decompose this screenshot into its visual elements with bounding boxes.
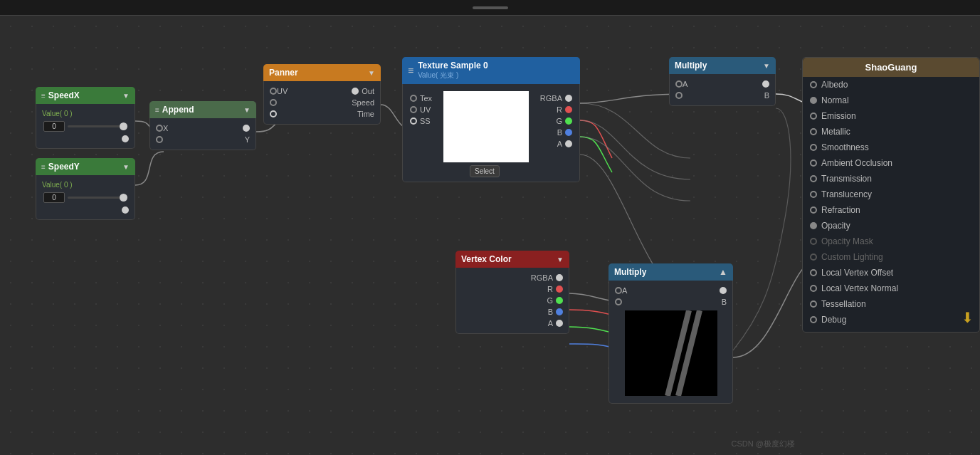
panner-uv-pin[interactable] bbox=[270, 88, 277, 95]
speedx-dropdown-icon[interactable]: ▼ bbox=[122, 92, 130, 100]
speedy-slider-thumb[interactable] bbox=[120, 194, 127, 202]
texture-select-button[interactable]: Select bbox=[470, 165, 500, 177]
texture-r-out-row: R bbox=[537, 104, 575, 115]
panel-item-albedo[interactable]: Albedo bbox=[803, 77, 979, 93]
vertex-b-pin[interactable] bbox=[556, 308, 563, 315]
watermark: CSDN @极度幻楼 bbox=[732, 439, 795, 449]
multiply-bottom-a-row: A bbox=[612, 285, 729, 296]
panel-item-custom-lighting[interactable]: Custom Lighting bbox=[803, 249, 979, 265]
speedx-slider-thumb[interactable] bbox=[120, 122, 127, 130]
texture-r-out-pin[interactable] bbox=[565, 106, 572, 113]
multiply-bottom-collapse-icon[interactable]: ▲ bbox=[719, 267, 727, 277]
panner-time-row: Time bbox=[267, 108, 377, 120]
append-y-pin[interactable] bbox=[156, 136, 163, 143]
append-header[interactable]: ≡ Append ▼ bbox=[149, 101, 256, 118]
multiply-top-header[interactable]: Multiply ▼ bbox=[669, 57, 776, 74]
texture-rgba-out-label: RGBA bbox=[540, 94, 562, 103]
multiply-top-a-pin[interactable] bbox=[675, 80, 683, 88]
speedy-dropdown-icon[interactable]: ▼ bbox=[122, 163, 130, 171]
texture-tex-pin[interactable] bbox=[410, 95, 417, 102]
texture-a-out-row: A bbox=[537, 138, 575, 150]
panel-pin-metallic bbox=[810, 128, 817, 135]
panel-item-opacity[interactable]: Opacity bbox=[803, 218, 979, 234]
multiply-bottom-out-pin[interactable] bbox=[720, 287, 727, 294]
panner-out-pin[interactable] bbox=[352, 88, 359, 95]
texture-rgba-out-row: RGBA bbox=[537, 93, 575, 104]
panel-item-emission[interactable]: Emission bbox=[803, 108, 979, 124]
download-icon[interactable]: ⬇ bbox=[961, 309, 974, 326]
multiply-bottom-header[interactable]: Multiply ▲ bbox=[608, 263, 733, 281]
panel-item-ambient-occlusion[interactable]: Ambient Occlusion bbox=[803, 155, 979, 171]
texture-uv-pin[interactable] bbox=[410, 106, 417, 113]
speedy-node: ≡ SpeedY ▼ Value( 0 ) 0 bbox=[36, 158, 135, 220]
panel-label-tessellation: Tessellation bbox=[821, 299, 866, 309]
panel-item-metallic[interactable]: Metallic bbox=[803, 124, 979, 140]
panel-label-local-vertex-offset: Local Vertex Offset bbox=[821, 268, 893, 278]
panel-item-local-vertex-offset[interactable]: Local Vertex Offset bbox=[803, 265, 979, 281]
speedy-slider[interactable] bbox=[68, 197, 127, 199]
speedy-value[interactable]: 0 bbox=[43, 192, 65, 203]
texture-a-out-pin[interactable] bbox=[565, 140, 572, 147]
speedx-output-pin[interactable] bbox=[122, 135, 129, 142]
texture-g-out-pin[interactable] bbox=[565, 117, 572, 125]
texture-uv-label: UV bbox=[420, 105, 431, 114]
texture-g-out-label: G bbox=[556, 117, 562, 125]
panel-item-normal[interactable]: Normal bbox=[803, 93, 979, 108]
speedx-header[interactable]: ≡ SpeedX ▼ bbox=[36, 87, 135, 104]
speedy-output-row bbox=[39, 205, 132, 215]
multiply-top-a-row: A bbox=[673, 78, 772, 90]
vertex-r-pin[interactable] bbox=[556, 286, 563, 293]
multiply-top-dropdown-icon[interactable]: ▼ bbox=[763, 62, 770, 70]
panel-pin-opacity-mask bbox=[810, 238, 817, 245]
vertex-a-pin[interactable] bbox=[556, 320, 563, 327]
vertex-rgba-label: RGBA bbox=[531, 273, 553, 282]
panel-item-translucency[interactable]: Translucency bbox=[803, 187, 979, 202]
panner-uv-row: UV Out bbox=[267, 85, 377, 97]
texture-b-out-pin[interactable] bbox=[565, 129, 572, 136]
multiply-bottom-title: Multiply bbox=[614, 267, 646, 277]
append-y-label: Y bbox=[245, 135, 250, 144]
speedy-output-pin[interactable] bbox=[122, 206, 129, 214]
panel-item-opacity-mask[interactable]: Opacity Mask bbox=[803, 234, 979, 249]
texture-menu-icon: ≡ bbox=[408, 65, 413, 76]
multiply-top-out-pin[interactable] bbox=[762, 80, 769, 88]
append-title: Append bbox=[162, 105, 194, 115]
panel-pin-custom-lighting bbox=[810, 253, 817, 261]
vertex-color-header[interactable]: Vertex Color ▼ bbox=[455, 251, 569, 268]
panner-time-pin[interactable] bbox=[270, 110, 277, 117]
append-dropdown-icon[interactable]: ▼ bbox=[243, 106, 251, 114]
panel-pin-ambient-occlusion bbox=[810, 159, 817, 167]
vertex-rgba-pin[interactable] bbox=[556, 274, 563, 281]
vertex-dropdown-icon[interactable]: ▼ bbox=[557, 256, 564, 263]
texture-ss-pin[interactable] bbox=[410, 117, 417, 125]
multiply-top-b-pin[interactable] bbox=[675, 92, 683, 99]
panel-item-transmission[interactable]: Transmission bbox=[803, 171, 979, 187]
texture-header[interactable]: ≡ Texture Sample 0 Value( 光束 ) bbox=[402, 57, 580, 84]
panel-item-refraction[interactable]: Refraction bbox=[803, 202, 979, 218]
panner-header[interactable]: Panner ▼ bbox=[263, 64, 381, 81]
speedy-header[interactable]: ≡ SpeedY ▼ bbox=[36, 158, 135, 175]
append-out-pin[interactable] bbox=[243, 125, 250, 132]
texture-title: Texture Sample 0 bbox=[418, 61, 488, 70]
append-x-pin[interactable] bbox=[156, 125, 163, 132]
texture-rgba-out-pin[interactable] bbox=[565, 95, 572, 102]
texture-b-out-row: B bbox=[537, 127, 575, 138]
speedx-slider[interactable] bbox=[68, 125, 127, 127]
speedx-value[interactable]: 0 bbox=[43, 121, 65, 132]
panel-item-local-vertex-normal[interactable]: Local Vertex Normal bbox=[803, 281, 979, 296]
panel-pin-albedo bbox=[810, 81, 817, 88]
texture-preview bbox=[443, 91, 529, 162]
vertex-a-label: A bbox=[548, 319, 553, 328]
panel-item-smoothness[interactable]: Smoothness bbox=[803, 140, 979, 155]
multiply-top-title: Multiply bbox=[675, 61, 707, 70]
panner-speed-pin[interactable] bbox=[270, 99, 277, 106]
drag-handle[interactable] bbox=[473, 6, 508, 9]
panel-label-opacity: Opacity bbox=[821, 221, 850, 231]
panner-dropdown-icon[interactable]: ▼ bbox=[368, 69, 375, 77]
panel-item-tessellation[interactable]: Tessellation bbox=[803, 296, 979, 312]
multiply-bottom-a-pin[interactable] bbox=[615, 287, 622, 294]
panel-label-normal: Normal bbox=[821, 95, 849, 105]
panel-item-debug[interactable]: Debug ⬇ bbox=[803, 312, 979, 332]
multiply-bottom-b-pin[interactable] bbox=[615, 298, 622, 305]
vertex-g-pin[interactable] bbox=[556, 297, 563, 304]
